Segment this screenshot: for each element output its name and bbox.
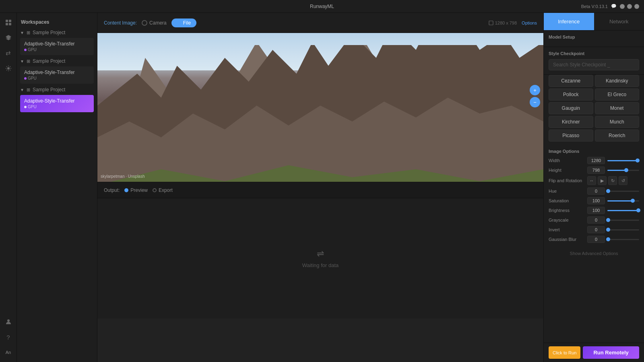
project-3-name: Sample Project bbox=[33, 87, 65, 93]
rotate-cw-button[interactable]: ↻ bbox=[608, 176, 617, 185]
flip-h-button[interactable]: ↔ bbox=[587, 176, 596, 185]
saturation-value[interactable]: 100 bbox=[587, 197, 605, 204]
brightness-value[interactable]: 100 bbox=[587, 207, 605, 214]
rotate-ccw-button[interactable]: ↺ bbox=[619, 176, 627, 185]
export-label: Export bbox=[159, 187, 173, 193]
invert-thumb[interactable] bbox=[606, 228, 610, 232]
export-radio[interactable]: Export bbox=[153, 187, 173, 193]
grayscale-value[interactable]: 0 bbox=[587, 216, 605, 224]
hue-slider[interactable] bbox=[607, 191, 639, 192]
flip-buttons: ↔ ▶ ↻ ↺ bbox=[587, 176, 627, 185]
file-radio-indicator bbox=[177, 21, 181, 25]
style-pollock[interactable]: Pollock bbox=[549, 88, 593, 101]
arrow-down-icon-2: ▼ bbox=[20, 59, 24, 64]
width-fill bbox=[607, 160, 638, 161]
project-2-name: Sample Project bbox=[33, 58, 65, 64]
arrow-down-icon: ▼ bbox=[20, 31, 24, 35]
height-slider[interactable] bbox=[607, 170, 639, 171]
style-grid: Cezanne Kandinsky Pollock El Greco Gaugu… bbox=[544, 75, 644, 146]
style-el-greco[interactable]: El Greco bbox=[595, 88, 640, 101]
sidebar-model-2[interactable]: Adaptive-Style-Transfer GPU bbox=[20, 66, 94, 84]
grayscale-thumb[interactable] bbox=[606, 218, 610, 222]
style-monet[interactable]: Monet bbox=[595, 102, 640, 114]
show-advanced-link[interactable]: Show Advanced Options bbox=[549, 251, 639, 256]
user-icon[interactable] bbox=[2, 315, 15, 328]
chat-icon[interactable]: 💬 bbox=[611, 4, 617, 9]
sidebar-model-3-active[interactable]: Adaptive-Style-Transfer GPU bbox=[20, 95, 94, 112]
layers-icon[interactable] bbox=[2, 31, 15, 44]
maximize-btn[interactable] bbox=[627, 4, 632, 9]
camera-radio[interactable]: Camera bbox=[142, 20, 167, 26]
style-checkpoint-title: Style Checkpoint bbox=[549, 51, 639, 56]
project-1-header[interactable]: ▼ ⊞ Sample Project bbox=[17, 28, 97, 37]
tab-inference[interactable]: Inference bbox=[544, 13, 594, 30]
style-cezanne[interactable]: Cezanne bbox=[549, 75, 593, 87]
style-gauguin[interactable]: Gauguin bbox=[549, 102, 593, 114]
gpu-dot-3 bbox=[24, 106, 27, 108]
flip-label: Flip and Rotation bbox=[549, 178, 585, 183]
minimize-btn[interactable] bbox=[620, 4, 625, 9]
run-remotely-button[interactable]: Run Remotely bbox=[583, 346, 639, 359]
invert-slider[interactable] bbox=[607, 229, 639, 230]
hue-thumb[interactable] bbox=[606, 189, 610, 193]
flip-v-button[interactable]: ▶ bbox=[598, 176, 607, 185]
hue-value[interactable]: 0 bbox=[587, 187, 605, 195]
transfer-icon[interactable]: ⇄ bbox=[2, 47, 15, 60]
width-value[interactable]: 1280 bbox=[587, 157, 605, 164]
gaussian-blur-thumb[interactable] bbox=[606, 237, 610, 241]
tab-network[interactable]: Network bbox=[594, 13, 644, 30]
brightness-thumb[interactable] bbox=[636, 208, 640, 212]
style-search-input[interactable] bbox=[549, 59, 639, 70]
close-btn[interactable] bbox=[634, 4, 639, 9]
model-2-tag: GPU bbox=[24, 76, 90, 80]
svg-rect-2 bbox=[6, 23, 8, 25]
preview-radio[interactable]: Preview bbox=[124, 187, 148, 193]
zoom-in-button[interactable]: + bbox=[530, 85, 540, 95]
model-setup-section: Model Setup bbox=[544, 31, 644, 47]
saturation-slider[interactable] bbox=[607, 200, 639, 202]
content-toolbar: Content Image: Camera File 1280 x 798 Op… bbox=[97, 13, 543, 33]
output-area: Output: Preview Export ⇌ Waiting for dat… bbox=[97, 182, 543, 319]
settings-icon[interactable] bbox=[2, 62, 15, 75]
style-munch[interactable]: Munch bbox=[595, 116, 640, 128]
saturation-thumb[interactable] bbox=[631, 199, 635, 203]
height-label: Height bbox=[549, 168, 585, 173]
height-thumb[interactable] bbox=[624, 168, 628, 172]
width-slider[interactable] bbox=[607, 160, 639, 161]
style-kandinsky[interactable]: Kandinsky bbox=[595, 75, 640, 87]
gaussian-blur-value[interactable]: 0 bbox=[587, 236, 605, 243]
titlebar-right: Beta V:0.13.1 💬 bbox=[581, 4, 639, 9]
width-thumb[interactable] bbox=[636, 158, 640, 162]
saturation-fill bbox=[607, 200, 633, 202]
model-2-name: Adaptive-Style-Transfer bbox=[24, 70, 90, 75]
sidebar-model-1[interactable]: Adaptive-Style-Transfer GPU bbox=[20, 38, 94, 55]
output-content: ⇌ Waiting for data bbox=[97, 198, 543, 319]
user-avatar[interactable]: An bbox=[2, 346, 15, 359]
file-button[interactable]: File bbox=[171, 19, 196, 27]
style-roerich[interactable]: Roerich bbox=[595, 130, 640, 142]
grayscale-slider[interactable] bbox=[607, 220, 639, 221]
gaussian-blur-slider[interactable] bbox=[607, 239, 639, 240]
height-value[interactable]: 798 bbox=[587, 167, 605, 174]
gaussian-blur-label: Gaussian Blur bbox=[549, 237, 585, 242]
width-label: Width bbox=[549, 158, 585, 163]
brightness-slider[interactable] bbox=[607, 210, 639, 211]
project-icon-3: ⊞ bbox=[27, 87, 30, 93]
project-2-header[interactable]: ▼ ⊞ Sample Project bbox=[17, 57, 97, 66]
content-image-label: Content Image: bbox=[104, 20, 137, 26]
window-controls bbox=[620, 4, 639, 9]
export-radio-circle bbox=[153, 188, 157, 192]
arrow-down-icon-3: ▼ bbox=[20, 88, 24, 92]
click-to-run-button[interactable]: Click to Run bbox=[549, 346, 580, 359]
style-picasso[interactable]: Picasso bbox=[549, 130, 593, 142]
zoom-out-button[interactable]: − bbox=[530, 97, 540, 107]
invert-value[interactable]: 0 bbox=[587, 226, 605, 233]
options-area: Model Setup Style Checkpoint Cezanne Kan… bbox=[544, 31, 644, 343]
project-3-header[interactable]: ▼ ⊞ Sample Project bbox=[17, 85, 97, 94]
svg-rect-3 bbox=[9, 23, 11, 25]
size-badge: 1280 x 798 Options bbox=[489, 21, 537, 25]
style-kirchner[interactable]: Kirchner bbox=[549, 116, 593, 128]
help-icon[interactable]: ? bbox=[2, 331, 15, 343]
workspaces-icon[interactable] bbox=[2, 16, 15, 29]
options-label[interactable]: Options bbox=[522, 21, 537, 25]
